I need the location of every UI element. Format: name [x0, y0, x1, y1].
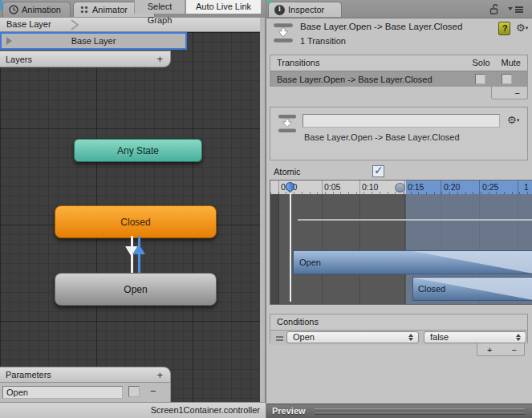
- conditions-list: Conditions Open false: [270, 314, 528, 343]
- layers-title: Layers: [0, 55, 156, 64]
- tab-animation[interactable]: Animation: [2, 2, 71, 17]
- tab-animator-label: Animator: [92, 5, 128, 14]
- parameter-bool-checkbox[interactable]: [128, 386, 140, 397]
- node-open[interactable]: Open: [55, 273, 217, 306]
- updown-arrows-icon: [408, 333, 414, 342]
- remove-condition-button[interactable]: −: [512, 345, 517, 355]
- condition-parameter-dropdown[interactable]: Open: [286, 331, 419, 343]
- layers-panel-header: Layers +: [0, 51, 171, 67]
- inspector-pane-menu-icon[interactable]: [508, 6, 526, 14]
- transition-icon: [272, 21, 294, 45]
- tab-inspector-label: Inspector: [288, 5, 324, 14]
- select-graph-button[interactable]: Select Graph: [134, 0, 185, 14]
- updown-arrows-icon: [516, 333, 522, 342]
- parameters-title: Parameters: [0, 370, 156, 379]
- auto-live-link-button[interactable]: Auto Live Link: [185, 0, 262, 14]
- gear-icon[interactable]: ⚙▾: [516, 22, 528, 33]
- blend-curve-line: [298, 219, 532, 221]
- tick-label: 0:20: [444, 182, 460, 192]
- breadcrumb[interactable]: Base Layer: [6, 19, 51, 29]
- transition-start-marker-icon[interactable]: [395, 183, 405, 193]
- transition-detail-box: ⚙▾ Base Layer.Open -> Base Layer.Closed: [270, 107, 528, 160]
- remove-parameter-button[interactable]: −: [150, 385, 156, 397]
- clip-bar-open[interactable]: Open: [293, 250, 532, 274]
- tick-label: 1: [524, 182, 529, 192]
- condition-parameter-value: Open: [293, 332, 315, 342]
- arrow-up-icon: [132, 244, 145, 254]
- parameter-row: −: [0, 383, 171, 402]
- solo-column-label: Solo: [473, 55, 502, 71]
- clip-closed-label: Closed: [418, 278, 445, 300]
- controller-status-bar: Screen1Container.controller: [0, 402, 266, 418]
- layer-row-base-layer[interactable]: Base Layer: [0, 32, 187, 50]
- add-layer-button[interactable]: +: [156, 53, 170, 65]
- tick-label: 0:15: [408, 182, 424, 192]
- conditions-list-footer: + −: [477, 343, 525, 356]
- clip-bar-closed[interactable]: Closed: [412, 277, 532, 301]
- layer-row-label: Base Layer: [12, 36, 175, 46]
- inspector-title: Base Layer.Open -> Base Layer.Closed: [300, 22, 462, 31]
- transitions-header: Transitions Solo Mute: [270, 55, 527, 71]
- transition-icon: [277, 113, 298, 134]
- help-icon[interactable]: [498, 22, 510, 35]
- condition-value: false: [430, 332, 449, 342]
- transitions-list-footer: −: [491, 87, 528, 99]
- node-any-state[interactable]: Any State: [74, 139, 202, 162]
- tab-animation-label: Animation: [22, 5, 61, 14]
- transition-row-label: Base Layer.Open -> Base Layer.Closed: [277, 75, 433, 84]
- condition-value-dropdown[interactable]: false: [424, 331, 526, 343]
- parameters-panel-header: Parameters +: [0, 367, 171, 383]
- inspector-pane: Inspector Base Layer.Open -> Base Layer.…: [266, 0, 532, 418]
- mute-checkbox[interactable]: [502, 74, 512, 84]
- animator-icon: [79, 5, 89, 14]
- atomic-label: Atomic: [274, 167, 301, 177]
- conditions-header: Conditions: [270, 315, 527, 330]
- transitions-list: Transitions Solo Mute Base Layer.Open ->…: [270, 55, 528, 87]
- tick-label: 0:05: [324, 182, 340, 192]
- mute-column-label: Mute: [502, 55, 521, 71]
- inspector-subtitle: 1 Transition: [300, 36, 346, 46]
- atomic-checkbox[interactable]: [372, 165, 384, 177]
- tab-inspector[interactable]: Inspector: [268, 2, 342, 17]
- solo-checkbox[interactable]: [475, 74, 485, 84]
- parameter-name-field[interactable]: [2, 386, 123, 399]
- unity-editor: Animation Animator Base Layer Select Gra…: [0, 0, 532, 418]
- add-condition-button[interactable]: +: [487, 345, 492, 355]
- transition-name-field[interactable]: [303, 114, 500, 128]
- drag-handle-icon: [315, 412, 525, 415]
- transition-open-to-closed-selected[interactable]: [138, 236, 140, 273]
- foldout-icon: [6, 37, 12, 45]
- lock-icon[interactable]: [489, 4, 499, 14]
- clip-open-label: Open: [299, 251, 321, 274]
- pane-divider[interactable]: [260, 18, 266, 402]
- reorder-handle-icon[interactable]: [276, 336, 283, 338]
- info-icon: [274, 5, 285, 15]
- transition-timeline[interactable]: 0:00 0:05 0:10 0:15 0:20 0:25 1: [270, 180, 532, 305]
- clock-icon: [9, 5, 18, 14]
- tick-label: 0:10: [362, 182, 378, 192]
- remove-transition-button[interactable]: −: [515, 88, 520, 98]
- add-parameter-button[interactable]: +: [156, 369, 170, 381]
- preview-label: Preview: [272, 406, 306, 416]
- transition-list-row[interactable]: Base Layer.Open -> Base Layer.Closed: [270, 71, 527, 87]
- timeline-ruler[interactable]: 0:00 0:05 0:10 0:15 0:20 0:25 1: [270, 181, 532, 194]
- conditions-title: Conditions: [277, 315, 319, 330]
- preview-bar[interactable]: Preview: [266, 404, 532, 418]
- breadcrumb-chevron-icon: [69, 19, 80, 30]
- playhead-line: [290, 191, 291, 302]
- timeline-body[interactable]: Open Closed: [270, 194, 532, 304]
- transitions-title: Transitions: [277, 55, 473, 71]
- gear-icon[interactable]: ⚙▾: [507, 115, 519, 125]
- tick-label: 0:25: [482, 182, 498, 192]
- transition-detail-label: Base Layer.Open -> Base Layer.Closed: [304, 132, 460, 142]
- node-closed[interactable]: Closed: [55, 205, 217, 238]
